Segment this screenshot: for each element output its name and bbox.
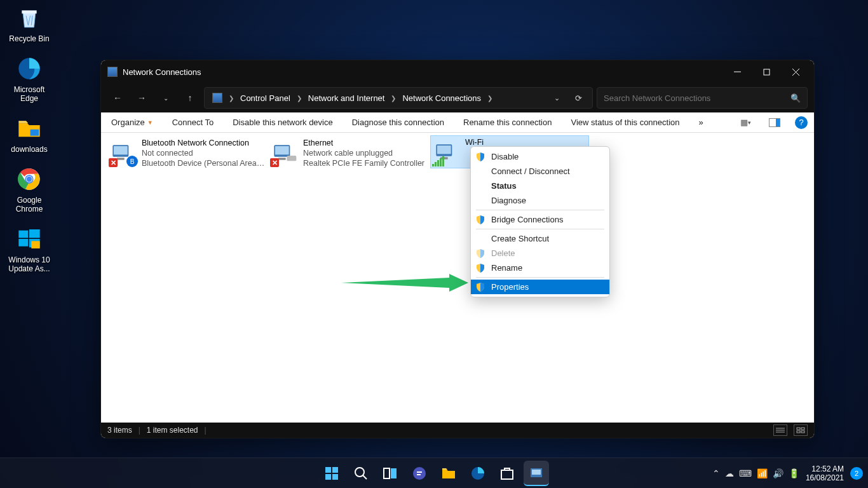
- time-label: 12:52 AM: [806, 464, 844, 473]
- svg-rect-35: [325, 474, 331, 480]
- wifi-connection-icon: [432, 137, 461, 166]
- keyboard-tray-icon[interactable]: ⌨: [739, 468, 752, 478]
- shield-icon: [476, 283, 485, 292]
- task-view-button[interactable]: [377, 461, 403, 486]
- ethernet-connection-icon: ✕: [270, 138, 299, 167]
- ctx-connect-disconnect[interactable]: Connect / Disconnect: [471, 164, 609, 179]
- titlebar[interactable]: Network Connections: [101, 60, 814, 83]
- volume-tray-icon[interactable]: 🔊: [773, 468, 783, 478]
- address-bar[interactable]: ❯ Control Panel ❯ Network and Internet ❯…: [204, 87, 593, 109]
- preview-pane-button[interactable]: [766, 115, 783, 130]
- network-connections-window: Network Connections ← → ⌄ ↑ ❯ Control Pa…: [100, 60, 815, 438]
- item-count: 3 items: [107, 426, 132, 435]
- ctx-properties[interactable]: Properties: [471, 280, 609, 294]
- minimize-button[interactable]: [722, 60, 752, 83]
- shield-icon: [476, 264, 485, 273]
- store-button[interactable]: [494, 461, 520, 486]
- connection-item-ethernet[interactable]: ✕ Ethernet Network cable unplugged Realt…: [269, 137, 428, 170]
- svg-rect-12: [764, 69, 770, 75]
- rename-connection-button[interactable]: Rename this connection: [459, 115, 555, 130]
- refresh-button[interactable]: ⟳: [568, 93, 588, 103]
- chevron-right-icon[interactable]: ❯: [227, 95, 235, 102]
- search-box[interactable]: 🔍: [597, 87, 808, 109]
- up-button[interactable]: ↑: [180, 88, 200, 108]
- desktop-icon-recycle-bin[interactable]: Recycle Bin: [4, 4, 55, 43]
- chat-button[interactable]: [407, 461, 432, 486]
- svg-rect-7: [29, 229, 40, 238]
- navigation-bar: ← → ⌄ ↑ ❯ Control Panel ❯ Network and In…: [101, 83, 814, 112]
- close-button[interactable]: [781, 60, 810, 83]
- breadcrumb-control-panel[interactable]: Control Panel: [236, 91, 294, 105]
- more-commands-button[interactable]: »: [695, 115, 707, 130]
- start-button[interactable]: [319, 461, 344, 486]
- command-bar: Organize▼ Connect To Disable this networ…: [101, 112, 814, 133]
- connection-item-bluetooth[interactable]: ✕ B Bluetooth Network Connection Not con…: [107, 137, 266, 170]
- selected-count: 1 item selected: [147, 426, 198, 435]
- breadcrumb-root-icon[interactable]: [208, 90, 226, 105]
- control-panel-taskbar-button[interactable]: [524, 461, 549, 486]
- details-view-button[interactable]: [773, 424, 787, 436]
- svg-rect-45: [532, 470, 541, 475]
- svg-rect-10: [31, 241, 39, 248]
- breadcrumb-network-internet[interactable]: Network and Internet: [304, 91, 389, 105]
- icons-view-button[interactable]: [794, 424, 808, 436]
- wifi-tray-icon[interactable]: 📶: [757, 468, 768, 478]
- back-button[interactable]: ←: [107, 88, 128, 108]
- connection-name: Ethernet: [303, 138, 426, 148]
- desktop: Recycle Bin Microsoft Edge downloads Goo…: [4, 4, 55, 285]
- ctx-diagnose[interactable]: Diagnose: [471, 193, 609, 208]
- diagnose-connection-button[interactable]: Diagnose this connection: [348, 115, 448, 130]
- breadcrumb-network-connections[interactable]: Network Connections: [398, 91, 485, 105]
- recycle-bin-icon: [15, 4, 43, 32]
- chevron-right-icon[interactable]: ❯: [486, 95, 494, 102]
- edge-taskbar-button[interactable]: [465, 461, 491, 486]
- organize-menu[interactable]: Organize▼: [107, 115, 157, 130]
- battery-tray-icon[interactable]: 🔋: [789, 468, 799, 478]
- svg-rect-39: [384, 468, 390, 478]
- system-tray: ⌃ ☁ ⌨ 📶 🔊 🔋 12:52 AM 16/08/2021 2: [712, 464, 863, 482]
- ctx-status[interactable]: Status: [471, 179, 609, 193]
- onedrive-tray-icon[interactable]: ☁: [725, 468, 734, 478]
- ctx-separator: [476, 277, 604, 278]
- edge-icon: [15, 55, 43, 83]
- desktop-icon-win10-update[interactable]: Windows 10 Update As...: [4, 225, 55, 273]
- connections-pane[interactable]: ✕ B Bluetooth Network Connection Not con…: [101, 133, 814, 423]
- ctx-create-shortcut[interactable]: Create Shortcut: [471, 231, 609, 246]
- help-button[interactable]: ?: [795, 116, 808, 129]
- search-button[interactable]: [348, 461, 374, 486]
- disable-device-button[interactable]: Disable this network device: [229, 115, 337, 130]
- maximize-button[interactable]: [752, 60, 781, 83]
- svg-rect-23: [437, 146, 451, 154]
- svg-rect-8: [18, 239, 28, 247]
- view-status-button[interactable]: View status of this connection: [567, 115, 683, 130]
- svg-rect-31: [797, 431, 800, 433]
- taskbar[interactable]: ⌃ ☁ ⌨ 📶 🔊 🔋 12:52 AM 16/08/2021 2: [0, 458, 868, 488]
- tray-overflow-button[interactable]: ⌃: [712, 468, 720, 478]
- ctx-separator: [476, 229, 604, 229]
- file-explorer-button[interactable]: [436, 461, 461, 486]
- svg-point-5: [27, 177, 32, 182]
- desktop-icon-downloads[interactable]: downloads: [4, 114, 55, 154]
- forward-button[interactable]: →: [132, 88, 152, 108]
- desktop-icon-edge[interactable]: Microsoft Edge: [4, 55, 55, 103]
- desktop-icon-chrome[interactable]: Google Chrome: [4, 165, 55, 214]
- search-input[interactable]: [604, 93, 790, 103]
- ctx-disable[interactable]: Disable: [471, 149, 609, 164]
- chevron-right-icon[interactable]: ❯: [390, 95, 397, 102]
- history-dropdown-button[interactable]: ⌄: [156, 88, 176, 108]
- error-overlay-icon: ✕: [109, 158, 118, 167]
- taskbar-clock[interactable]: 12:52 AM 16/08/2021: [806, 464, 844, 482]
- ctx-bridge[interactable]: Bridge Connections: [471, 212, 609, 227]
- address-dropdown-button[interactable]: ⌄: [546, 94, 567, 102]
- svg-rect-29: [797, 428, 800, 430]
- connection-name: Bluetooth Network Connection: [142, 138, 265, 148]
- notifications-button[interactable]: 2: [850, 467, 863, 480]
- svg-rect-16: [114, 146, 128, 154]
- chevron-right-icon[interactable]: ❯: [295, 95, 303, 102]
- bluetooth-overlay-icon: B: [126, 156, 138, 167]
- ctx-rename[interactable]: Rename: [471, 261, 609, 275]
- connect-to-button[interactable]: Connect To: [168, 115, 218, 130]
- view-options-button[interactable]: ▦ ▾: [736, 115, 754, 130]
- ctx-delete: Delete: [471, 246, 609, 261]
- ctx-separator: [476, 210, 604, 210]
